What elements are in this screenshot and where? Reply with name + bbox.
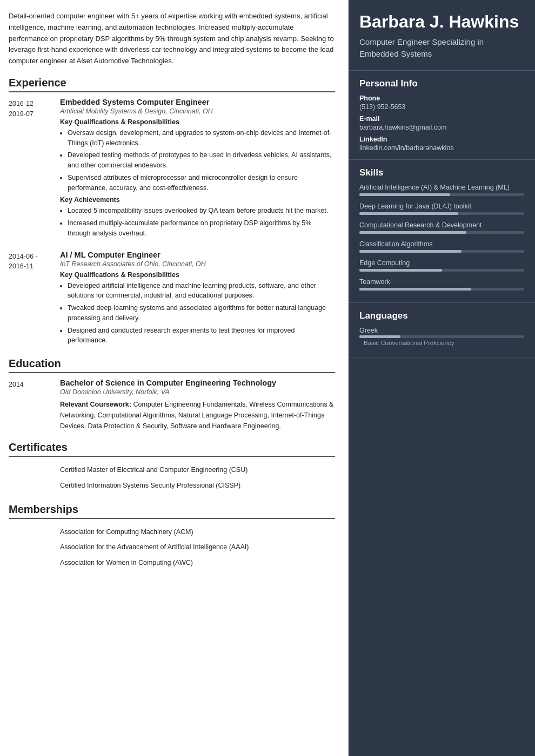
exp1-date: 2016-12 - 2019-07 [9, 98, 60, 241]
personal-info-title: Personal Info [359, 78, 524, 89]
skill-bar-fill [359, 269, 442, 272]
languages-section: Languages Greek Basic Conversational Pro… [349, 303, 535, 357]
skill-name: Teamwork [359, 278, 524, 286]
exp1-ach-list: Located 5 incompatibility issues overloo… [60, 206, 335, 238]
skill-name: Edge Computing [359, 259, 524, 267]
education-entry-1: 2014 Bachelor of Science in Computer Eng… [9, 379, 335, 431]
skill-bar-bg [359, 193, 524, 196]
list-item: Supervised attributes of microprocessor … [68, 173, 335, 193]
list-item: Located 5 incompatibility issues overloo… [68, 206, 335, 216]
exp1-title: Embedded Systems Computer Engineer [60, 98, 335, 106]
edu1-title: Bachelor of Science in Computer Engineer… [60, 379, 335, 387]
languages-title: Languages [359, 310, 524, 321]
exp1-content: Embedded Systems Computer Engineer Artif… [60, 98, 335, 241]
skill-bar-fill [359, 193, 450, 196]
exp2-content: AI / ML Computer Engineer IoT Research A… [60, 251, 335, 348]
skill-item: Artificial Intelligence (AI) & Machine L… [359, 184, 524, 196]
edu1-date: 2014 [9, 379, 60, 431]
skills-section: Skills Artificial Intelligence (AI) & Ma… [349, 160, 535, 303]
skills-container: Artificial Intelligence (AI) & Machine L… [359, 184, 524, 291]
skill-item: Teamwork [359, 278, 524, 291]
candidate-name: Barbara J. Hawkins [359, 12, 524, 32]
memberships-title: Memberships [9, 503, 335, 519]
list-item: Oversaw design, development, and upgrade… [68, 128, 335, 148]
certificates-section: Certificates Certified Master of Electri… [9, 441, 335, 494]
skill-name: Deep Learning for Java (DL4J) toolkit [359, 202, 524, 210]
skill-bar-bg [359, 269, 524, 272]
phone-value: (513) 952-5653 [359, 103, 524, 111]
exp1-subtitle: Artificial Mobility Systems & Design, Ci… [60, 107, 335, 115]
personal-info-section: Personal Info Phone (513) 952-5653 E-mai… [349, 71, 535, 160]
skill-bar-bg [359, 288, 524, 291]
membership-item-1: Association for Computing Machinery (ACM… [9, 524, 335, 540]
exp1-qual-list: Oversaw design, development, and upgrade… [60, 128, 335, 193]
exp2-qual-list: Developed artificial intelligence and ma… [60, 281, 335, 346]
experience-entry-2: 2014-06 - 2016-11 AI / ML Computer Engin… [9, 251, 335, 348]
exp2-qual-label: Key Qualifications & Responsibilities [60, 271, 335, 279]
skills-title: Skills [359, 167, 524, 178]
skill-name: Artificial Intelligence (AI) & Machine L… [359, 184, 524, 191]
list-item: Developed testing methods of prototypes … [68, 150, 335, 171]
edu1-content: Bachelor of Science in Computer Engineer… [60, 379, 335, 431]
education-title: Education [9, 357, 335, 373]
membership-item-3: Association for Women in Computing (AWC) [9, 555, 335, 571]
education-section: Education 2014 Bachelor of Science in Co… [9, 357, 335, 431]
list-item: Tweaked deep-learning systems and associ… [68, 303, 335, 323]
skill-bar-bg [359, 231, 524, 234]
list-item: Increased multiply-accumulate performanc… [68, 218, 335, 239]
memberships-section: Memberships Association for Computing Ma… [9, 503, 335, 571]
skill-name: Classification Algorithms [359, 240, 524, 248]
linkedin-label: LinkedIn [359, 136, 524, 143]
exp2-date: 2014-06 - 2016-11 [9, 251, 60, 348]
right-column: Barbara J. Hawkins Computer Engineer Spe… [349, 0, 535, 756]
certificates-title: Certificates [9, 441, 335, 457]
language-name: Greek [359, 327, 524, 334]
candidate-title: Computer Engineer Specializing in Embedd… [359, 36, 524, 60]
list-item: Developed artificial intelligence and ma… [68, 281, 335, 301]
skill-name: Computational Research & Development [359, 221, 524, 229]
edu1-coursework: Relevant Coursework: Computer Engineerin… [60, 399, 335, 431]
exp1-ach-label: Key Achievements [60, 196, 335, 204]
phone-label: Phone [359, 94, 524, 102]
experience-title: Experience [9, 77, 335, 92]
skill-item: Classification Algorithms [359, 240, 524, 253]
skill-bar-bg [359, 250, 524, 253]
left-column: Detail-oriented computer engineer with 5… [0, 0, 349, 756]
exp2-title: AI / ML Computer Engineer [60, 251, 335, 259]
skill-bar-fill [359, 231, 466, 234]
lang-bar-bg [359, 335, 524, 338]
email-value: barbara.hawkins@gmail.com [359, 124, 524, 131]
linkedin-value: linkedin.com/in/barbarahawkins [359, 144, 524, 152]
email-label: E-mail [359, 115, 524, 123]
skill-bar-fill [359, 250, 462, 253]
summary-text: Detail-oriented computer engineer with 5… [9, 11, 335, 67]
list-item: Designed and conducted research experime… [68, 326, 335, 346]
language-level: Basic Conversational Proficiency [359, 340, 524, 346]
lang-bar-fill [359, 335, 400, 338]
language-item: Greek Basic Conversational Proficiency [359, 327, 524, 346]
exp2-subtitle: IoT Research Associates of Ohio, Cincinn… [60, 260, 335, 268]
edu1-subtitle: Old Dominion University, Norfolk, VA [60, 388, 335, 396]
languages-container: Greek Basic Conversational Proficiency [359, 327, 524, 346]
experience-section: Experience 2016-12 - 2019-07 Embedded Sy… [9, 77, 335, 348]
skill-item: Deep Learning for Java (DL4J) toolkit [359, 202, 524, 215]
membership-item-2: Association for the Advancement of Artif… [9, 539, 335, 555]
cert-item-1: Certified Master of Electrical and Compu… [9, 462, 335, 478]
experience-entry-1: 2016-12 - 2019-07 Embedded Systems Compu… [9, 98, 335, 241]
skill-bar-fill [359, 212, 458, 215]
exp1-qual-label: Key Qualifications & Responsibilities [60, 118, 335, 126]
cert-item-2: Certified Information Systems Security P… [9, 478, 335, 494]
skill-item: Edge Computing [359, 259, 524, 272]
right-header: Barbara J. Hawkins Computer Engineer Spe… [349, 0, 535, 71]
skill-bar-bg [359, 212, 524, 215]
skill-bar-fill [359, 288, 471, 291]
skill-item: Computational Research & Development [359, 221, 524, 234]
